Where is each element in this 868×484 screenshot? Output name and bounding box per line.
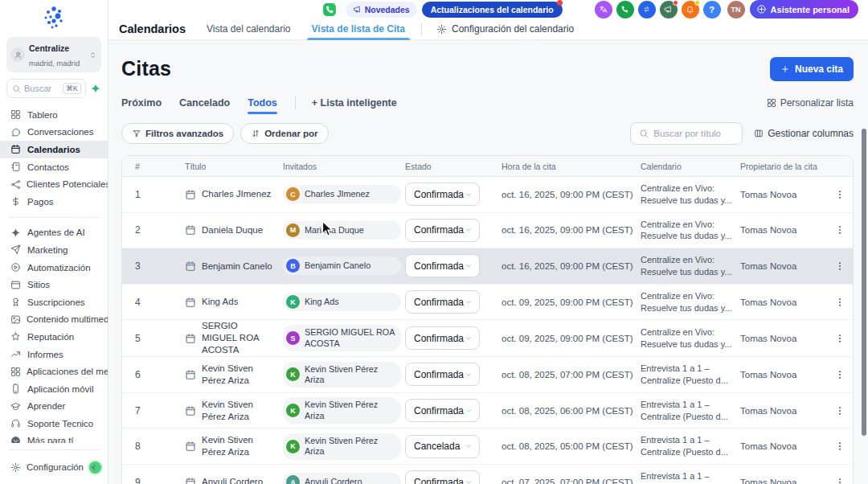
table-row[interactable]: 6 Kevin Stiven Pérez Ariza K Kevin Stive… xyxy=(122,357,853,393)
new-appointment-button[interactable]: Nueva cita xyxy=(770,57,854,81)
sidebar-item-sitios[interactable]: Sitios xyxy=(0,276,108,293)
tab-vista-de-lista-de-cita[interactable]: Vista de lista de Cita xyxy=(312,18,406,40)
status-dropdown[interactable]: Confirmada xyxy=(405,254,480,277)
sidebar-search-input[interactable] xyxy=(24,84,59,93)
notifications-icon[interactable] xyxy=(682,1,699,18)
invitee-pill[interactable]: K Kevin Stiven Pérez Ariza xyxy=(283,433,401,460)
help-icon[interactable]: ? xyxy=(703,1,721,18)
vertical-scrollbar[interactable] xyxy=(862,129,866,436)
appointment-title-cell[interactable]: Kevin Stiven Pérez Ariza xyxy=(185,363,283,387)
sidebar-item-más-para-tí[interactable]: Más para tí xyxy=(0,433,108,443)
sort-by-button[interactable]: Ordenar por xyxy=(240,123,328,144)
smart-list-button[interactable]: + Lista inteligente xyxy=(312,97,397,114)
sidebar-item-marketing[interactable]: Marketing xyxy=(0,241,108,259)
status-dropdown[interactable]: Confirmada xyxy=(405,470,480,484)
invitee-pill[interactable]: K King Ads xyxy=(283,293,401,311)
calendar-settings-link[interactable]: Configuración del calendario xyxy=(436,23,574,35)
status-cell: Confirmada xyxy=(405,363,502,386)
appointment-title-cell[interactable]: Daniela Duque xyxy=(185,224,283,236)
appointment-title-cell[interactable]: SERGIO MIGUEL ROA ACOSTA xyxy=(185,320,283,356)
invitee-pill[interactable]: A Anyuli Cordero xyxy=(283,473,401,484)
appointment-title-cell[interactable]: Anyuli Cordero xyxy=(185,476,283,484)
personal-assistant-button[interactable]: Asistente personal xyxy=(750,0,858,18)
row-menu-button[interactable] xyxy=(827,333,853,344)
table-row[interactable]: 7 Kevin Stiven Pérez Ariza K Kevin Stive… xyxy=(122,393,853,429)
translate-icon[interactable] xyxy=(595,1,612,18)
sidebar-item-suscripciones[interactable]: Suscripciones xyxy=(0,293,108,311)
status-dropdown[interactable]: Confirmada xyxy=(405,219,480,242)
transfer-icon[interactable] xyxy=(638,1,656,18)
table-row[interactable]: 9 Anyuli Cordero A Anyuli Cordero Confir… xyxy=(122,465,853,484)
appointment-title-cell[interactable]: Charles JImenez xyxy=(185,188,283,200)
sidebar-item-tablero[interactable]: Tablero xyxy=(0,106,108,124)
invitee-pill[interactable]: C Charles JImenez xyxy=(283,185,401,203)
calendar-updates-pill[interactable]: Actualizaciones del calendario xyxy=(422,2,563,18)
sidebar-item-reputación[interactable]: Reputación xyxy=(0,328,108,346)
circledown-icon xyxy=(10,436,22,443)
table-row[interactable]: 4 King Ads K King Ads Confirmada oct. 09… xyxy=(122,285,853,321)
invitee-pill[interactable]: S SERGIO MIGUEL ROA ACOSTA xyxy=(283,325,401,351)
search-by-title-input[interactable] xyxy=(653,129,734,138)
sidebar-item-soporte-tecnico[interactable]: Soporte Tecnico xyxy=(0,415,108,433)
table-row[interactable]: 5 SERGIO MIGUEL ROA ACOSTA S SERGIO MIGU… xyxy=(122,320,853,357)
tab-todos[interactable]: Todos xyxy=(248,97,277,114)
row-menu-button[interactable] xyxy=(827,405,853,416)
appointment-title-cell[interactable]: Benjamin Canelo xyxy=(185,260,283,273)
invitee-pill[interactable]: K Kevin Stiven Pérez Ariza xyxy=(283,362,401,388)
row-menu-button[interactable] xyxy=(827,297,853,308)
status-dropdown[interactable]: Confirmada xyxy=(405,290,480,314)
sidebar-item-aprender[interactable]: Aprender xyxy=(0,398,108,416)
sidebar-item-contactos[interactable]: Contactos xyxy=(0,158,108,176)
status-dropdown[interactable]: Confirmada xyxy=(405,183,480,206)
appointment-title-cell[interactable]: King Ads xyxy=(185,296,283,308)
calendar-icon xyxy=(185,189,196,200)
manage-columns-button[interactable]: Gestionar columnas xyxy=(754,128,854,139)
invitee-pill[interactable]: M Mariana Duque xyxy=(283,221,401,240)
status-value: Cancelada xyxy=(414,441,460,452)
tab-cancelado[interactable]: Cancelado xyxy=(179,97,230,114)
status-dropdown[interactable]: Confirmada xyxy=(405,399,480,422)
customize-list-button[interactable]: Personalizar lista xyxy=(767,97,854,113)
invitee-pill[interactable]: B Benjamin Canelo xyxy=(283,256,401,275)
sidebar-item-agentes-de-ai[interactable]: Agentes de AI xyxy=(0,224,108,242)
sidebar-collapse-button[interactable] xyxy=(89,461,101,474)
sidebar-item-aplicaciones-del-mercado[interactable]: Aplicaciones del mercado xyxy=(0,363,108,380)
row-menu-button[interactable] xyxy=(827,441,853,452)
row-menu-button[interactable] xyxy=(827,224,853,236)
novedades-pill[interactable]: Novedades xyxy=(346,2,417,18)
row-menu-button[interactable] xyxy=(827,477,853,484)
sidebar-item-automatización[interactable]: Automatización xyxy=(0,259,108,277)
sidebar-item-contenido-multimedia-u[interactable]: Contenido multimedia U... xyxy=(0,311,108,329)
advanced-filters-button[interactable]: Filtros avanzados xyxy=(121,123,234,144)
status-dropdown[interactable]: Confirmada xyxy=(405,363,480,386)
tab-vista-del-calendario[interactable]: Vista del calendario xyxy=(207,18,291,40)
table-row[interactable]: 8 Kevin Stiven Pérez Ariza K Kevin Stive… xyxy=(122,429,853,465)
table-row[interactable]: 1 Charles JImenez C Charles JImenez Conf… xyxy=(122,177,853,213)
phone-icon[interactable] xyxy=(616,1,634,18)
announcements-icon[interactable] xyxy=(660,1,678,18)
table-row[interactable]: 2 Daniela Duque M Mariana Duque Confirma… xyxy=(122,213,853,249)
table-row[interactable]: 3 Benjamin Canelo B Benjamin Canelo Conf… xyxy=(122,248,853,285)
row-menu-button[interactable] xyxy=(827,260,853,272)
sidebar-item-calendarios[interactable]: Calendarios xyxy=(0,141,108,158)
sidebar-item-aplicación-móvil[interactable]: Aplicación móvil xyxy=(0,380,108,398)
sidebar-item-clientes-potenciales[interactable]: Clientes Potenciales xyxy=(0,175,108,193)
sidebar-item-conversaciones[interactable]: Conversaciones xyxy=(0,124,108,142)
appointment-title-cell[interactable]: Kevin Stiven Pérez Ariza xyxy=(185,399,283,423)
sidebar-item-configuracion[interactable]: Configuración xyxy=(0,457,108,478)
row-menu-button[interactable] xyxy=(827,369,853,380)
user-avatar[interactable]: TN xyxy=(727,1,745,18)
appointment-title-cell[interactable]: Kevin Stiven Pérez Ariza xyxy=(185,434,283,458)
account-selector[interactable]: Centralize madrid, madrid xyxy=(6,37,101,72)
sidebar-item-pagos[interactable]: Pagos xyxy=(0,193,108,211)
ai-sparkle-button[interactable] xyxy=(90,83,101,94)
tab-proximo[interactable]: Próximo xyxy=(121,97,162,114)
row-menu-button[interactable] xyxy=(827,189,853,200)
dialer-icon[interactable] xyxy=(321,2,338,18)
sidebar-item-informes[interactable]: Informes xyxy=(0,346,108,363)
status-dropdown[interactable]: Cancelada xyxy=(405,435,480,458)
sidebar-search[interactable]: ⌘K xyxy=(6,79,86,98)
status-dropdown[interactable]: Confirmada xyxy=(405,326,480,350)
search-by-title[interactable] xyxy=(630,122,743,145)
invitee-pill[interactable]: K Kevin Stiven Pérez Ariza xyxy=(283,397,401,424)
